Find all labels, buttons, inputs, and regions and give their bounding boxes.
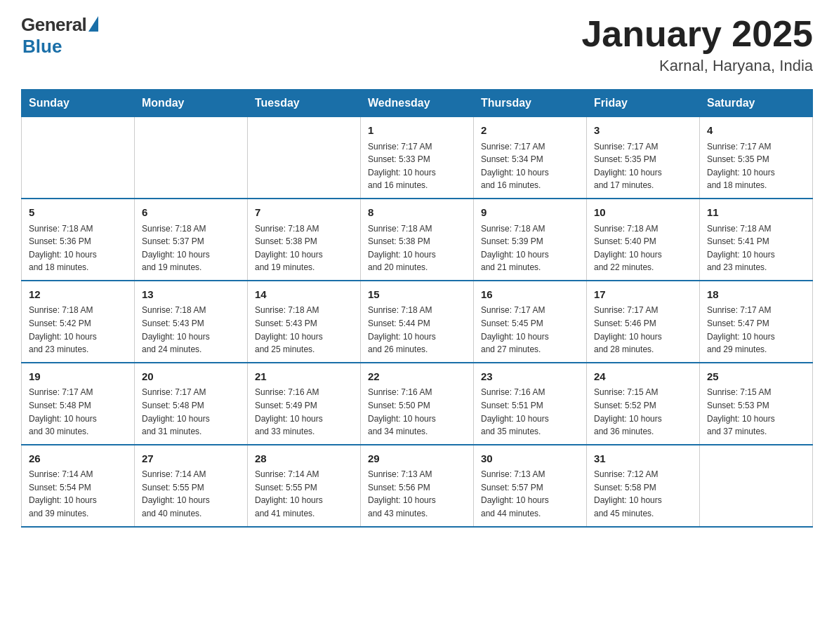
day-info: Sunrise: 7:14 AM Sunset: 5:55 PM Dayligh… xyxy=(255,468,353,520)
day-info: Sunrise: 7:16 AM Sunset: 5:51 PM Dayligh… xyxy=(481,386,579,438)
day-number: 15 xyxy=(368,287,466,303)
day-info: Sunrise: 7:17 AM Sunset: 5:46 PM Dayligh… xyxy=(594,304,692,356)
day-info: Sunrise: 7:17 AM Sunset: 5:48 PM Dayligh… xyxy=(29,386,127,438)
logo-general-text: General xyxy=(21,14,86,36)
day-number: 18 xyxy=(707,287,805,303)
header-friday: Friday xyxy=(587,90,700,117)
header-thursday: Thursday xyxy=(474,90,587,117)
day-number: 17 xyxy=(594,287,692,303)
calendar-cell: 25Sunrise: 7:15 AM Sunset: 5:53 PM Dayli… xyxy=(700,363,813,445)
day-number: 26 xyxy=(29,451,127,467)
calendar-cell: 30Sunrise: 7:13 AM Sunset: 5:57 PM Dayli… xyxy=(474,445,587,527)
header-tuesday: Tuesday xyxy=(248,90,361,117)
day-number: 20 xyxy=(142,369,240,385)
logo-blue-text: Blue xyxy=(22,36,62,58)
calendar-cell: 23Sunrise: 7:16 AM Sunset: 5:51 PM Dayli… xyxy=(474,363,587,445)
day-info: Sunrise: 7:18 AM Sunset: 5:39 PM Dayligh… xyxy=(481,222,579,274)
calendar-cell: 4Sunrise: 7:17 AM Sunset: 5:35 PM Daylig… xyxy=(700,117,813,199)
calendar-cell: 2Sunrise: 7:17 AM Sunset: 5:34 PM Daylig… xyxy=(474,117,587,199)
day-number: 27 xyxy=(142,451,240,467)
day-info: Sunrise: 7:18 AM Sunset: 5:36 PM Dayligh… xyxy=(29,222,127,274)
page-header: General Blue January 2025 Karnal, Haryan… xyxy=(21,14,813,75)
calendar-cell xyxy=(135,117,248,199)
day-number: 16 xyxy=(481,287,579,303)
calendar-cell: 28Sunrise: 7:14 AM Sunset: 5:55 PM Dayli… xyxy=(248,445,361,527)
calendar-cell: 16Sunrise: 7:17 AM Sunset: 5:45 PM Dayli… xyxy=(474,281,587,363)
day-info: Sunrise: 7:14 AM Sunset: 5:54 PM Dayligh… xyxy=(29,468,127,520)
day-info: Sunrise: 7:15 AM Sunset: 5:52 PM Dayligh… xyxy=(594,386,692,438)
day-info: Sunrise: 7:16 AM Sunset: 5:50 PM Dayligh… xyxy=(368,386,466,438)
calendar-table: SundayMondayTuesdayWednesdayThursdayFrid… xyxy=(21,89,813,527)
day-info: Sunrise: 7:18 AM Sunset: 5:44 PM Dayligh… xyxy=(368,304,466,356)
calendar-cell: 26Sunrise: 7:14 AM Sunset: 5:54 PM Dayli… xyxy=(22,445,135,527)
day-info: Sunrise: 7:17 AM Sunset: 5:45 PM Dayligh… xyxy=(481,304,579,356)
day-number: 5 xyxy=(29,205,127,221)
calendar-cell: 1Sunrise: 7:17 AM Sunset: 5:33 PM Daylig… xyxy=(361,117,474,199)
day-number: 12 xyxy=(29,287,127,303)
day-info: Sunrise: 7:17 AM Sunset: 5:48 PM Dayligh… xyxy=(142,386,240,438)
day-info: Sunrise: 7:18 AM Sunset: 5:42 PM Dayligh… xyxy=(29,304,127,356)
calendar-cell: 5Sunrise: 7:18 AM Sunset: 5:36 PM Daylig… xyxy=(22,199,135,281)
calendar-cell: 10Sunrise: 7:18 AM Sunset: 5:40 PM Dayli… xyxy=(587,199,700,281)
calendar-cell xyxy=(248,117,361,199)
day-info: Sunrise: 7:12 AM Sunset: 5:58 PM Dayligh… xyxy=(594,468,692,520)
calendar-title: January 2025 xyxy=(581,14,813,54)
calendar-cell: 27Sunrise: 7:14 AM Sunset: 5:55 PM Dayli… xyxy=(135,445,248,527)
day-number: 31 xyxy=(594,451,692,467)
day-number: 7 xyxy=(255,205,353,221)
day-info: Sunrise: 7:17 AM Sunset: 5:33 PM Dayligh… xyxy=(368,140,466,192)
calendar-cell xyxy=(700,445,813,527)
day-number: 3 xyxy=(594,123,692,139)
calendar-cell: 8Sunrise: 7:18 AM Sunset: 5:38 PM Daylig… xyxy=(361,199,474,281)
day-info: Sunrise: 7:16 AM Sunset: 5:49 PM Dayligh… xyxy=(255,386,353,438)
day-number: 11 xyxy=(707,205,805,221)
day-info: Sunrise: 7:18 AM Sunset: 5:43 PM Dayligh… xyxy=(142,304,240,356)
calendar-week-row: 19Sunrise: 7:17 AM Sunset: 5:48 PM Dayli… xyxy=(22,363,813,445)
logo-triangle-icon xyxy=(88,16,98,32)
day-number: 19 xyxy=(29,369,127,385)
calendar-week-row: 5Sunrise: 7:18 AM Sunset: 5:36 PM Daylig… xyxy=(22,199,813,281)
day-number: 14 xyxy=(255,287,353,303)
day-number: 21 xyxy=(255,369,353,385)
calendar-cell: 9Sunrise: 7:18 AM Sunset: 5:39 PM Daylig… xyxy=(474,199,587,281)
calendar-cell: 24Sunrise: 7:15 AM Sunset: 5:52 PM Dayli… xyxy=(587,363,700,445)
day-info: Sunrise: 7:18 AM Sunset: 5:41 PM Dayligh… xyxy=(707,222,805,274)
day-number: 30 xyxy=(481,451,579,467)
calendar-cell: 7Sunrise: 7:18 AM Sunset: 5:38 PM Daylig… xyxy=(248,199,361,281)
calendar-cell: 22Sunrise: 7:16 AM Sunset: 5:50 PM Dayli… xyxy=(361,363,474,445)
day-number: 9 xyxy=(481,205,579,221)
day-number: 28 xyxy=(255,451,353,467)
day-number: 22 xyxy=(368,369,466,385)
header-monday: Monday xyxy=(135,90,248,117)
calendar-cell: 13Sunrise: 7:18 AM Sunset: 5:43 PM Dayli… xyxy=(135,281,248,363)
calendar-cell xyxy=(22,117,135,199)
day-info: Sunrise: 7:17 AM Sunset: 5:35 PM Dayligh… xyxy=(707,140,805,192)
day-number: 8 xyxy=(368,205,466,221)
calendar-cell: 21Sunrise: 7:16 AM Sunset: 5:49 PM Dayli… xyxy=(248,363,361,445)
day-number: 6 xyxy=(142,205,240,221)
calendar-cell: 31Sunrise: 7:12 AM Sunset: 5:58 PM Dayli… xyxy=(587,445,700,527)
calendar-cell: 12Sunrise: 7:18 AM Sunset: 5:42 PM Dayli… xyxy=(22,281,135,363)
day-number: 25 xyxy=(707,369,805,385)
day-number: 2 xyxy=(481,123,579,139)
header-saturday: Saturday xyxy=(700,90,813,117)
day-info: Sunrise: 7:17 AM Sunset: 5:35 PM Dayligh… xyxy=(594,140,692,192)
day-info: Sunrise: 7:13 AM Sunset: 5:56 PM Dayligh… xyxy=(368,468,466,520)
day-number: 1 xyxy=(368,123,466,139)
day-number: 10 xyxy=(594,205,692,221)
day-info: Sunrise: 7:18 AM Sunset: 5:43 PM Dayligh… xyxy=(255,304,353,356)
header-sunday: Sunday xyxy=(22,90,135,117)
logo: General Blue xyxy=(21,14,98,58)
calendar-week-row: 12Sunrise: 7:18 AM Sunset: 5:42 PM Dayli… xyxy=(22,281,813,363)
calendar-cell: 3Sunrise: 7:17 AM Sunset: 5:35 PM Daylig… xyxy=(587,117,700,199)
header-wednesday: Wednesday xyxy=(361,90,474,117)
calendar-subtitle: Karnal, Haryana, India xyxy=(581,57,813,75)
day-number: 29 xyxy=(368,451,466,467)
calendar-week-row: 26Sunrise: 7:14 AM Sunset: 5:54 PM Dayli… xyxy=(22,445,813,527)
calendar-cell: 15Sunrise: 7:18 AM Sunset: 5:44 PM Dayli… xyxy=(361,281,474,363)
calendar-cell: 19Sunrise: 7:17 AM Sunset: 5:48 PM Dayli… xyxy=(22,363,135,445)
day-number: 23 xyxy=(481,369,579,385)
calendar-header-row: SundayMondayTuesdayWednesdayThursdayFrid… xyxy=(22,90,813,117)
day-info: Sunrise: 7:17 AM Sunset: 5:47 PM Dayligh… xyxy=(707,304,805,356)
day-info: Sunrise: 7:18 AM Sunset: 5:38 PM Dayligh… xyxy=(255,222,353,274)
